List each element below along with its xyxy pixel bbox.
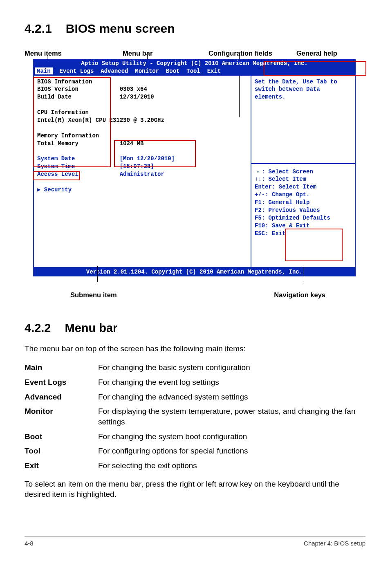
row-val: For changing the advanced system setting… [98,390,365,404]
field-value[interactable]: [Mon 12/20/2010] [75,155,175,162]
paragraph: The menu bar on top of the screen has th… [25,343,365,354]
table-row: ExitFor selecting the exit options [25,458,365,473]
row-val: For displaying the system temperature, p… [98,404,365,429]
bios-menu-selected[interactable]: Main [35,67,53,74]
bios-titlebar: Aptio Setup Utility - Copyright (C) 2010… [33,59,356,76]
table-row: AdvancedFor changing the advanced system… [25,390,365,404]
table-row: MonitorFor displaying the system tempera… [25,404,365,429]
bios-info-row: BIOS Version 0303 x64 [37,85,247,93]
field-value: Administrator [78,171,164,177]
bios-screen: Aptio Setup Utility - Copyright (C) 2010… [33,59,356,277]
chapter-label: Chapter 4: BIOS setup [304,539,365,548]
key-line: →←: Select Screen [255,168,352,176]
bios-menubar: Main Event Logs Advanced Monitor Boot To… [36,67,352,76]
bios-info-row: Total Memory 1024 MB [37,140,247,148]
field-label: System Date [37,155,75,162]
bios-menu-items[interactable]: Event Logs Advanced Monitor Boot Tool Ex… [53,68,221,74]
label-submenu-item: Submenu item [70,290,117,299]
key-line: F5: Optimized Defaults [255,214,352,222]
bios-info-row: CPU Information [37,109,247,117]
pointer-line [304,266,304,282]
row-val: For selecting the exit options [98,458,365,473]
row-val: For configuring options for special func… [98,444,365,458]
bios-info-row: Memory Information [37,132,247,140]
row-key: Event Logs [25,375,98,390]
label-menu-items: Menu items [25,49,123,58]
section-heading-421: 4.2.1BIOS menu screen [25,20,365,37]
bios-title-text: Aptio Setup Utility - Copyright (C) 2010… [36,60,352,67]
key-line: Enter: Select Item [255,183,352,191]
table-row: Event LogsFor changing the event log set… [25,375,365,390]
spacer [37,101,247,109]
section-title-text: BIOS menu screen [66,22,175,35]
key-line: ↑↓: Select Item [255,175,352,183]
pointer-line [97,266,98,282]
submenu-security[interactable]: ▶ Security [37,186,247,194]
bios-info-row: System Time [15:07:28] [37,163,247,171]
bios-info-row: BIOS Information [37,78,247,86]
row-key: Advanced [25,390,98,404]
section-heading-422: 4.2.2Menu bar [25,320,365,336]
table-row: ToolFor configuring options for special … [25,444,365,458]
spacer [37,178,247,186]
bios-help-text: Set the Date, Use Tab to switch between … [255,78,352,163]
bios-right-panel: Set the Date, Use Tab to switch between … [251,76,355,267]
paragraph: To select an item on the menu bar, press… [25,479,365,500]
row-key: Monitor [25,404,98,429]
row-val: For changing the basic system configurat… [98,360,365,375]
bios-left-panel: BIOS Information BIOS Version 0303 x64 B… [34,76,251,267]
row-key: Exit [25,458,98,473]
bios-body: BIOS Information BIOS Version 0303 x64 B… [33,76,356,268]
row-val: For changing the system boot configurati… [98,429,365,444]
bios-info-row: Build Date 12/31/2010 [37,93,247,101]
row-val: For changing the event log settings [98,375,365,390]
help-line: switch between Data elements. [255,85,352,101]
section-number: 4.2.2 [25,320,51,336]
table-row: BootFor changing the system boot configu… [25,429,365,444]
page-footer: 4-8 Chapter 4: BIOS setup [25,536,365,548]
key-line: F2: Previous Values [255,206,352,214]
diagram-bottom-labels: Submenu item Navigation keys [25,290,365,299]
label-general-help: General help [296,49,365,58]
label-config-fields: Configuration fields [208,49,296,58]
key-line: F10: Save & Exit [255,222,352,230]
bios-footer: Version 2.01.1204. Copyright (C) 2010 Am… [33,268,356,277]
bios-info-row: Access Level Administrator [37,171,247,178]
diagram-top-labels: Menu items Menu bar Configuration fields… [25,49,365,58]
bios-nav-keys: →←: Select Screen ↑↓: Select Item Enter:… [255,164,352,238]
row-key: Boot [25,429,98,444]
page-number: 4-8 [25,539,34,548]
bios-info-row: System Date [Mon 12/20/2010] [37,155,247,163]
row-key: Tool [25,444,98,458]
label-navigation-keys: Navigation keys [274,290,325,299]
bios-info-row: Intel(R) Xeon(R) CPU E31230 @ 3.20GHz [37,117,247,124]
key-line: +/-: Change Opt. [255,191,352,199]
section-number: 4.2.1 [25,20,52,37]
field-label: Access Level [37,171,78,177]
row-key: Main [25,360,98,375]
key-line: F1: General Help [255,199,352,206]
help-line: Set the Date, Use Tab to [255,78,352,86]
key-line: ESC: Exit [255,230,352,238]
table-row: MainFor changing the basic system config… [25,360,365,375]
spacer [37,148,247,155]
bios-diagram-wrap: Aptio Setup Utility - Copyright (C) 2010… [25,59,365,277]
spacer [37,124,247,132]
field-value[interactable]: [15:07:28] [75,163,154,170]
label-menu-bar: Menu bar [123,49,208,58]
field-label: System Time [37,163,75,170]
section-title-text: Menu bar [65,321,118,334]
menu-description-table: MainFor changing the basic system config… [25,360,365,473]
